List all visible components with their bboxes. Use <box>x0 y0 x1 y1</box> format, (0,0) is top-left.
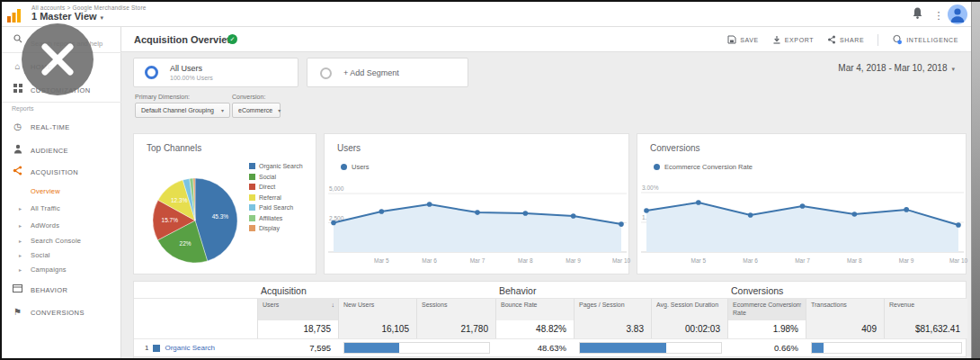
column-header-revenue[interactable]: Revenue <box>884 299 967 320</box>
search-input[interactable] <box>29 39 114 49</box>
sidebar-item-label: BEHAVIOR <box>31 286 67 294</box>
reports-section-label: Reports <box>12 105 34 112</box>
legend-item: Organic Search <box>249 161 303 172</box>
save-button[interactable]: SAVE <box>727 35 759 44</box>
svg-text:Mar 8: Mar 8 <box>847 257 862 264</box>
sidebar-item-all-traffic[interactable]: ▸ All Traffic <box>2 202 121 217</box>
sidebar-item-overview-active[interactable]: Overview <box>2 185 121 200</box>
svg-text:Mar 9: Mar 9 <box>566 257 581 264</box>
dropdown-value: Default Channel Grouping <box>141 107 214 113</box>
toolbar-actions: SAVE EXPORT SHARE INTELLIGENCE <box>727 27 958 52</box>
totals-new-users: 16,105 <box>338 319 416 338</box>
channel-name-cell: 1 Organic Search <box>134 344 257 352</box>
table-row: 1 Organic Search 7,595 48.63% 0.66% <box>134 338 966 356</box>
chevron-right-icon: ▸ <box>19 205 22 212</box>
sidebar-item-home[interactable]: ⌂ HOME <box>2 60 121 75</box>
intelligence-button[interactable]: INTELLIGENCE <box>892 34 958 45</box>
sidebar-item-audience[interactable]: AUDIENCE <box>2 144 121 158</box>
view-selector[interactable]: 1 Master View▾ <box>31 11 103 22</box>
share-button[interactable]: SHARE <box>827 35 864 44</box>
chart-legend: Users <box>341 163 370 171</box>
conversion-label: Conversion: <box>232 94 265 100</box>
segment-title: All Users <box>170 64 202 73</box>
sidebar-item-label: Overview <box>31 187 60 195</box>
legend-swatch <box>249 215 255 221</box>
analytics-app-window: All accounts > Google Merchandise Store … <box>0 0 980 360</box>
column-header-pages-session[interactable]: Pages / Session <box>574 299 651 320</box>
row-index: 1 <box>145 344 148 352</box>
legend-label: Display <box>259 225 280 231</box>
channels-data-table: Acquisition Behavior Conversions Users↓ … <box>133 281 967 360</box>
intelligence-label: INTELLIGENCE <box>906 37 958 43</box>
column-header-avg-session-duration[interactable]: Avg. Session Duration <box>651 299 727 320</box>
conversion-rate-bar-fill <box>812 343 824 353</box>
conversion-dropdown[interactable]: eCommerce▾ <box>232 103 281 118</box>
account-avatar[interactable] <box>948 4 967 24</box>
sidebar-item-adwords[interactable]: ▸ AdWords <box>2 220 121 234</box>
svg-text:5,000: 5,000 <box>329 185 344 192</box>
export-icon <box>772 35 781 44</box>
conversion-rate-value: 0.66% <box>727 343 806 353</box>
svg-text:Mar 10: Mar 10 <box>612 257 631 264</box>
sidebar-item-label: CUSTOMIZATION <box>31 86 91 94</box>
chart-title: Conversions <box>650 143 700 153</box>
legend-swatch <box>249 174 255 180</box>
sidebar-item-label: Social <box>31 251 50 259</box>
sidebar-item-customization[interactable]: CUSTOMIZATION <box>2 84 121 98</box>
sidebar-item-label: Campaigns <box>31 266 67 274</box>
legend-label: Direct <box>259 184 275 190</box>
users-value: 7,595 <box>257 343 338 353</box>
segment-all-users[interactable]: All Users 100.00% Users <box>133 58 298 87</box>
sidebar-item-search-console[interactable]: ▸ Search Console <box>2 235 121 249</box>
totals-avg-session-duration: 00:02:03 <box>651 319 727 338</box>
conversions-line-chart: 1.50%3.00%Mar 5Mar 6Mar 7Mar 8Mar 9Mar 1… <box>641 181 964 266</box>
share-label: SHARE <box>840 37 864 43</box>
legend-swatch <box>249 184 255 190</box>
sidebar-item-behavior[interactable]: BEHAVIOR <box>2 284 121 298</box>
channel-link[interactable]: Organic Search <box>165 344 215 352</box>
sidebar-item-social[interactable]: ▸ Social <box>2 249 121 264</box>
kebab-menu-icon[interactable]: ⋮ <box>930 6 948 24</box>
sort-asc-icon: ↑ <box>799 302 803 310</box>
add-segment-label: + Add Segment <box>343 68 399 77</box>
customization-grid-icon <box>11 84 24 96</box>
sidebar-item-campaigns[interactable]: ▸ Campaigns <box>2 264 121 278</box>
legend-label: Ecommerce Conversion Rate <box>664 163 753 171</box>
column-header-bounce-rate[interactable]: Bounce Rate <box>495 299 574 320</box>
export-button[interactable]: EXPORT <box>772 35 814 44</box>
legend-dot-icon <box>341 164 347 170</box>
data-quality-check-icon: ✓ <box>227 34 237 44</box>
column-header-row: Users↓ New Users Sessions Bounce Rate Pa… <box>134 298 966 318</box>
legend-label: Affiliates <box>259 215 282 221</box>
svg-text:Mar 6: Mar 6 <box>743 257 758 264</box>
google-analytics-logo-icon[interactable] <box>6 8 22 23</box>
column-header-transactions[interactable]: Transactions <box>806 299 884 320</box>
column-header-users[interactable]: Users↓ <box>257 299 338 320</box>
breadcrumb[interactable]: All accounts > Google Merchandise Store <box>31 4 147 11</box>
add-segment-button[interactable]: + Add Segment <box>307 58 468 87</box>
main-content: Acquisition Overview ✓ SAVE EXPORT SHARE <box>121 27 971 358</box>
column-header-sessions[interactable]: Sessions <box>416 299 495 320</box>
primary-dimension-label: Primary Dimension: <box>135 94 190 100</box>
legend-item: Paid Search <box>249 202 303 213</box>
sidebar-item-realtime[interactable]: ◷ REAL-TIME <box>2 121 121 135</box>
sidebar-item-label: AUDIENCE <box>31 147 68 155</box>
behavior-window-icon <box>11 284 24 296</box>
notifications-bell-icon[interactable] <box>908 6 926 24</box>
column-header-new-users[interactable]: New Users <box>338 299 416 320</box>
chart-title: Users <box>337 143 361 153</box>
segment-subtitle: 100.00% Users <box>170 75 213 81</box>
clock-icon: ◷ <box>11 121 24 133</box>
legend-label: Organic Search <box>259 163 303 169</box>
search-icon <box>11 34 24 47</box>
legend-label: Paid Search <box>259 204 293 211</box>
date-range-picker[interactable]: Mar 4, 2018 - Mar 10, 2018▾ <box>838 63 955 73</box>
sidebar-item-acquisition[interactable]: ACQUISITION <box>2 166 121 180</box>
sidebar-item-conversions[interactable]: ⚑ CONVERSIONS <box>2 306 121 320</box>
primary-dimension-dropdown[interactable]: Default Channel Grouping▾ <box>135 103 230 118</box>
chevron-right-icon: ▸ <box>19 252 22 258</box>
top-app-bar: All accounts > Google Merchandise Store … <box>2 2 971 27</box>
column-header-ecommerce-conversion-rate[interactable]: Ecommerce Conversion Rate↑ <box>727 299 806 320</box>
chevron-down-icon: ▾ <box>278 107 281 113</box>
search-row[interactable] <box>2 31 121 50</box>
